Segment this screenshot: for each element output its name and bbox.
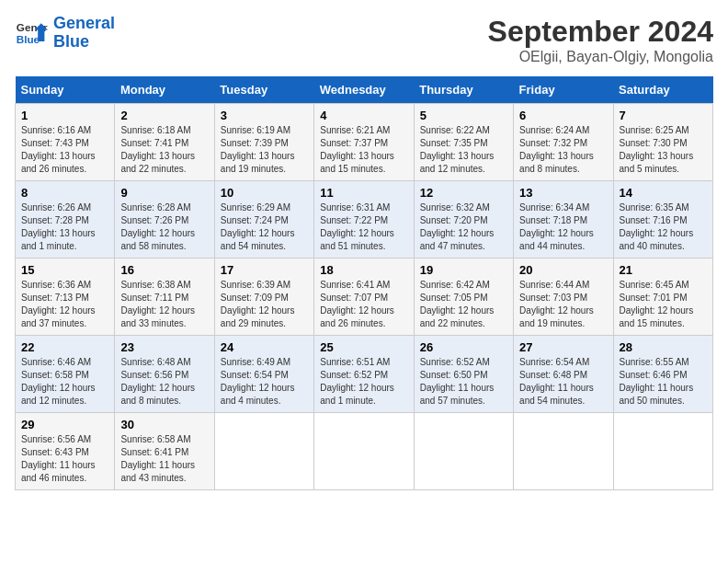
calendar-cell: 9Sunrise: 6:28 AMSunset: 7:26 PMDaylight… [115, 181, 214, 259]
calendar-cell: 19Sunrise: 6:42 AMSunset: 7:05 PMDayligh… [414, 259, 513, 336]
day-header-tuesday: Tuesday [214, 76, 313, 104]
day-detail: Sunrise: 6:38 AMSunset: 7:11 PMDaylight:… [120, 279, 208, 330]
day-detail: Sunrise: 6:22 AMSunset: 7:35 PMDaylight:… [420, 124, 507, 176]
calendar-week-row: 29Sunrise: 6:56 AMSunset: 6:43 PMDayligh… [16, 413, 713, 490]
calendar-cell [613, 413, 712, 490]
day-number: 10 [221, 186, 308, 200]
day-detail: Sunrise: 6:58 AMSunset: 6:41 PMDaylight:… [120, 433, 208, 485]
day-number: 18 [320, 263, 407, 277]
logo-text: GeneralBlue [53, 15, 115, 52]
day-header-saturday: Saturday [613, 76, 712, 104]
calendar-cell: 2Sunrise: 6:18 AMSunset: 7:41 PMDaylight… [115, 104, 214, 181]
day-number: 14 [620, 186, 707, 200]
day-number: 24 [221, 340, 308, 354]
calendar-cell: 7Sunrise: 6:25 AMSunset: 7:30 PMDaylight… [613, 104, 712, 181]
day-detail: Sunrise: 6:56 AMSunset: 6:43 PMDaylight:… [21, 433, 108, 485]
calendar-cell: 1Sunrise: 6:16 AMSunset: 7:43 PMDaylight… [16, 104, 115, 181]
day-detail: Sunrise: 6:19 AMSunset: 7:39 PMDaylight:… [221, 124, 308, 176]
day-header-friday: Friday [514, 76, 613, 104]
day-number: 7 [620, 109, 707, 122]
calendar-cell: 17Sunrise: 6:39 AMSunset: 7:09 PMDayligh… [214, 259, 313, 336]
day-detail: Sunrise: 6:32 AMSunset: 7:20 PMDaylight:… [420, 201, 507, 253]
calendar-cell: 28Sunrise: 6:55 AMSunset: 6:46 PMDayligh… [613, 336, 712, 413]
day-number: 4 [320, 109, 407, 122]
calendar-cell: 23Sunrise: 6:48 AMSunset: 6:56 PMDayligh… [115, 336, 214, 413]
calendar-cell: 25Sunrise: 6:51 AMSunset: 6:52 PMDayligh… [314, 336, 414, 413]
day-detail: Sunrise: 6:39 AMSunset: 7:09 PMDaylight:… [221, 279, 308, 330]
calendar-cell: 21Sunrise: 6:45 AMSunset: 7:01 PMDayligh… [613, 259, 712, 336]
calendar-cell [514, 413, 613, 490]
day-number: 11 [320, 186, 407, 200]
day-detail: Sunrise: 6:34 AMSunset: 7:18 PMDaylight:… [519, 201, 607, 253]
day-detail: Sunrise: 6:51 AMSunset: 6:52 PMDaylight:… [320, 356, 407, 408]
calendar-cell: 26Sunrise: 6:52 AMSunset: 6:50 PMDayligh… [414, 336, 513, 413]
day-number: 1 [21, 109, 108, 122]
page-header: General Blue GeneralBlue September 2024 … [15, 15, 713, 65]
day-number: 29 [21, 418, 108, 431]
day-number: 23 [120, 340, 208, 354]
day-detail: Sunrise: 6:29 AMSunset: 7:24 PMDaylight:… [221, 201, 308, 253]
calendar-cell: 20Sunrise: 6:44 AMSunset: 7:03 PMDayligh… [514, 259, 613, 336]
day-detail: Sunrise: 6:42 AMSunset: 7:05 PMDaylight:… [420, 279, 507, 330]
day-number: 17 [221, 263, 308, 277]
calendar-table: SundayMondayTuesdayWednesdayThursdayFrid… [15, 76, 713, 490]
day-detail: Sunrise: 6:44 AMSunset: 7:03 PMDaylight:… [519, 279, 607, 330]
day-detail: Sunrise: 6:26 AMSunset: 7:28 PMDaylight:… [21, 201, 108, 253]
day-number: 20 [519, 263, 607, 277]
day-detail: Sunrise: 6:24 AMSunset: 7:32 PMDaylight:… [519, 124, 607, 176]
day-detail: Sunrise: 6:54 AMSunset: 6:48 PMDaylight:… [519, 356, 607, 408]
calendar-cell: 13Sunrise: 6:34 AMSunset: 7:18 PMDayligh… [514, 181, 613, 259]
calendar-cell [414, 413, 513, 490]
day-number: 25 [320, 340, 407, 354]
calendar-cell: 29Sunrise: 6:56 AMSunset: 6:43 PMDayligh… [16, 413, 115, 490]
main-title: September 2024 [488, 15, 713, 49]
calendar-cell: 3Sunrise: 6:19 AMSunset: 7:39 PMDaylight… [214, 104, 313, 181]
day-detail: Sunrise: 6:36 AMSunset: 7:13 PMDaylight:… [21, 279, 108, 330]
day-number: 21 [620, 263, 707, 277]
day-number: 12 [420, 186, 507, 200]
title-block: September 2024 OElgii, Bayan-Olgiy, Mong… [488, 15, 713, 65]
calendar-header-row: SundayMondayTuesdayWednesdayThursdayFrid… [16, 76, 713, 104]
day-detail: Sunrise: 6:55 AMSunset: 6:46 PMDaylight:… [620, 356, 707, 408]
day-detail: Sunrise: 6:49 AMSunset: 6:54 PMDaylight:… [221, 356, 308, 408]
day-number: 3 [221, 109, 308, 122]
day-number: 9 [120, 186, 208, 200]
calendar-cell: 30Sunrise: 6:58 AMSunset: 6:41 PMDayligh… [115, 413, 214, 490]
day-header-thursday: Thursday [414, 76, 513, 104]
day-number: 6 [519, 109, 607, 122]
day-detail: Sunrise: 6:28 AMSunset: 7:26 PMDaylight:… [120, 201, 208, 253]
day-detail: Sunrise: 6:45 AMSunset: 7:01 PMDaylight:… [620, 279, 707, 330]
day-detail: Sunrise: 6:46 AMSunset: 6:58 PMDaylight:… [21, 356, 108, 408]
day-detail: Sunrise: 6:52 AMSunset: 6:50 PMDaylight:… [420, 356, 507, 408]
calendar-week-row: 22Sunrise: 6:46 AMSunset: 6:58 PMDayligh… [16, 336, 713, 413]
calendar-cell: 14Sunrise: 6:35 AMSunset: 7:16 PMDayligh… [613, 181, 712, 259]
day-number: 15 [21, 263, 108, 277]
logo: General Blue GeneralBlue [15, 15, 115, 52]
calendar-cell [214, 413, 313, 490]
day-number: 16 [120, 263, 208, 277]
logo-icon: General Blue [15, 17, 48, 50]
day-number: 19 [420, 263, 507, 277]
day-detail: Sunrise: 6:16 AMSunset: 7:43 PMDaylight:… [21, 124, 108, 176]
calendar-cell: 6Sunrise: 6:24 AMSunset: 7:32 PMDaylight… [514, 104, 613, 181]
day-number: 30 [120, 418, 208, 431]
calendar-cell: 5Sunrise: 6:22 AMSunset: 7:35 PMDaylight… [414, 104, 513, 181]
calendar-week-row: 1Sunrise: 6:16 AMSunset: 7:43 PMDaylight… [16, 104, 713, 181]
calendar-cell: 16Sunrise: 6:38 AMSunset: 7:11 PMDayligh… [115, 259, 214, 336]
day-number: 26 [420, 340, 507, 354]
day-header-monday: Monday [115, 76, 214, 104]
calendar-cell [314, 413, 414, 490]
day-detail: Sunrise: 6:25 AMSunset: 7:30 PMDaylight:… [620, 124, 707, 176]
day-detail: Sunrise: 6:35 AMSunset: 7:16 PMDaylight:… [620, 201, 707, 253]
calendar-cell: 22Sunrise: 6:46 AMSunset: 6:58 PMDayligh… [16, 336, 115, 413]
day-detail: Sunrise: 6:21 AMSunset: 7:37 PMDaylight:… [320, 124, 407, 176]
calendar-cell: 24Sunrise: 6:49 AMSunset: 6:54 PMDayligh… [214, 336, 313, 413]
calendar-cell: 18Sunrise: 6:41 AMSunset: 7:07 PMDayligh… [314, 259, 414, 336]
day-number: 28 [620, 340, 707, 354]
svg-text:Blue: Blue [17, 33, 40, 45]
calendar-cell: 4Sunrise: 6:21 AMSunset: 7:37 PMDaylight… [314, 104, 414, 181]
day-detail: Sunrise: 6:48 AMSunset: 6:56 PMDaylight:… [120, 356, 208, 408]
day-detail: Sunrise: 6:41 AMSunset: 7:07 PMDaylight:… [320, 279, 407, 330]
calendar-week-row: 8Sunrise: 6:26 AMSunset: 7:28 PMDaylight… [16, 181, 713, 259]
calendar-cell: 12Sunrise: 6:32 AMSunset: 7:20 PMDayligh… [414, 181, 513, 259]
